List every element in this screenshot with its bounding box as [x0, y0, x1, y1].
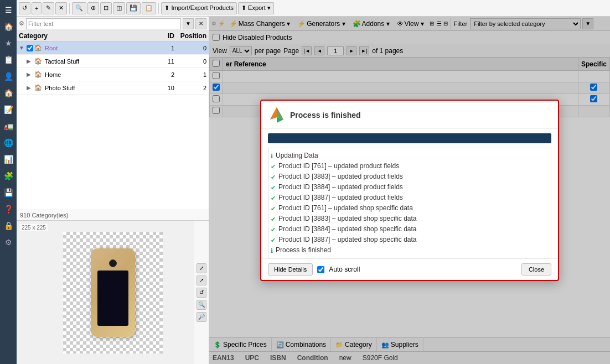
- tree-item-root-pos: 0: [179, 45, 206, 51]
- modal-logo: [268, 106, 286, 124]
- folder-icon-home: 🏠: [34, 71, 43, 78]
- tree-col-position: Position: [179, 32, 206, 40]
- folder-icon-tactical: 🏠: [34, 58, 43, 65]
- filter-bar: ⚙ ▼ ✕: [17, 17, 209, 31]
- nav-menu-icon[interactable]: ☰: [1, 2, 16, 18]
- image-zoom-in-button[interactable]: 🔍: [197, 300, 206, 310]
- tree-item-tactical-id: 11: [151, 58, 179, 65]
- expand-icon-home: ▶: [27, 71, 34, 77]
- grid-button[interactable]: ⊡: [100, 2, 112, 14]
- image-dimensions: 225 x 225: [20, 224, 48, 231]
- right-panel: ⚙ ⚡ ⚡ Mass Changers ▾ ⚡ Generators ▾ 🧩 A…: [209, 17, 610, 364]
- nav-help-icon[interactable]: ❓: [1, 201, 16, 217]
- log-text: Process is finished: [276, 246, 331, 254]
- filter-funnel-button[interactable]: ▼: [183, 18, 194, 29]
- refresh-button[interactable]: ↺: [19, 2, 30, 14]
- image-open-button[interactable]: ↗: [197, 275, 206, 285]
- filter-clear-button[interactable]: ✕: [195, 18, 206, 29]
- tree-item-photo-label: Photo Stuff: [45, 85, 151, 91]
- phone-camera: [109, 259, 117, 267]
- modal-log[interactable]: ℹUpdating Data✔Product ID [761] – update…: [268, 148, 551, 258]
- split-button[interactable]: ◫: [113, 2, 125, 14]
- nav-modules-icon[interactable]: 🧩: [1, 168, 16, 184]
- search-button[interactable]: 🔍: [72, 2, 86, 14]
- add-button[interactable]: +: [32, 2, 42, 14]
- log-line: ℹUpdating Data: [271, 150, 549, 161]
- product-phone-image: [91, 248, 135, 337]
- nav-catalog-icon[interactable]: 🏠: [1, 85, 16, 101]
- copy-button[interactable]: 📋: [142, 2, 156, 14]
- tree-item-photo-id: 10: [151, 85, 179, 91]
- import-export-button[interactable]: ⬆ Import/Export Products: [161, 2, 237, 14]
- folder-icon-photo: 🏠: [34, 84, 43, 91]
- tree-col-category: Category: [19, 32, 151, 40]
- nav-users-icon[interactable]: 👤: [1, 69, 16, 84]
- tree-col-id: ID: [151, 32, 179, 40]
- nav-intl-icon[interactable]: 🌐: [1, 135, 16, 150]
- tree-item-tactical-label: Tactical Stuff: [45, 58, 151, 65]
- log-text: Product ID [3887] – updated shop specifi…: [278, 235, 417, 244]
- root-checkbox[interactable]: [27, 45, 33, 51]
- tree-item-tactical-pos: 0: [179, 58, 206, 65]
- main-content: ↺ + ✎ ✕ 🔍 ⊕ ⊡ ◫ 💾 📋 ⬆ Import/Export Prod…: [17, 0, 610, 364]
- tree-item-photo-pos: 2: [179, 85, 206, 91]
- modal-box: Process is finished ℹUpdating Data✔Produ…: [260, 100, 559, 281]
- log-text: Product ID [3884] – updated shop specifi…: [278, 225, 417, 233]
- delete-button[interactable]: ✕: [55, 2, 67, 14]
- toolbar-sep-2: [158, 3, 159, 14]
- tree-item-tactical[interactable]: ▶ 🏠 Tactical Stuff 11 0: [17, 55, 209, 68]
- image-zoom-out-button[interactable]: 🔎: [197, 312, 206, 322]
- nav-settings-icon[interactable]: ⚙: [1, 235, 16, 250]
- nav-stats-icon[interactable]: 📊: [1, 152, 16, 167]
- close-button[interactable]: Close: [521, 263, 551, 275]
- category-tree: ▼ 🏠 Root 1 0 ▶ 🏠 Tactical Stuff 11 0: [17, 41, 209, 210]
- log-text: Product ID [3883] – updated product fiel…: [278, 172, 403, 181]
- modal-footer: Hide Details Auto scroll Close: [261, 258, 558, 280]
- modal-header: Process is finished: [261, 101, 558, 129]
- success-icon: ✔: [271, 183, 276, 192]
- save-button[interactable]: 💾: [126, 2, 141, 14]
- nav-cms-icon[interactable]: 📝: [1, 102, 16, 117]
- success-icon: ✔: [271, 215, 276, 223]
- nav-lock-icon[interactable]: 🔒: [1, 218, 16, 233]
- info-icon: ℹ: [271, 246, 273, 255]
- content-area: ⚙ ▼ ✕ Category ID Position ▼ 🏠 Root 1: [17, 17, 610, 364]
- filter-input[interactable]: [26, 18, 181, 29]
- log-text: Product ID [3887] – updated product fiel…: [278, 193, 403, 202]
- log-line: ✔Product ID [761] – updated shop specifi…: [271, 203, 549, 214]
- tree-item-home[interactable]: ▶ 🏠 Home 2 1: [17, 68, 209, 81]
- tree-item-home-id: 2: [151, 71, 179, 78]
- nav-orders-icon[interactable]: 📋: [1, 52, 16, 67]
- tree-item-root-label: Root: [45, 45, 151, 51]
- add2-button[interactable]: ⊕: [87, 2, 99, 14]
- svg-marker-1: [270, 107, 277, 119]
- tree-header: Category ID Position: [17, 31, 209, 41]
- tree-item-photo[interactable]: ▶ 🏠 Photo Stuff 10 2: [17, 81, 209, 95]
- auto-scroll-label: Auto scroll: [329, 266, 360, 273]
- modal-overlay: Process is finished ℹUpdating Data✔Produ…: [209, 17, 610, 364]
- tree-item-root[interactable]: ▼ 🏠 Root 1 0: [17, 41, 209, 55]
- log-line: ✔Product ID [3887] – updated shop specif…: [271, 235, 549, 245]
- nav-save-icon[interactable]: 💾: [1, 185, 16, 200]
- success-icon: ✔: [271, 194, 276, 202]
- log-line: ✔Product ID [3883] – updated shop specif…: [271, 214, 549, 224]
- nav-star-icon[interactable]: ★: [1, 35, 16, 51]
- nav-shipping-icon[interactable]: 🚛: [1, 118, 16, 134]
- main-toolbar: ↺ + ✎ ✕ 🔍 ⊕ ⊡ ◫ 💾 📋 ⬆ Import/Export Prod…: [17, 0, 610, 17]
- success-icon: ✔: [271, 225, 276, 234]
- log-line: ✔Product ID [3884] – updated shop specif…: [271, 224, 549, 235]
- auto-scroll-checkbox[interactable]: [317, 266, 324, 273]
- edit-button[interactable]: ✎: [43, 2, 54, 14]
- tree-item-home-label: Home: [45, 71, 151, 78]
- log-text: Product ID [3884] – updated product fiel…: [278, 183, 403, 191]
- image-refresh-button[interactable]: ↺: [197, 288, 206, 298]
- export-button[interactable]: ⬆ Export ▾: [238, 2, 274, 14]
- sidebar-nav: ☰ 🏠 ★ 📋 👤 🏠 📝 🚛 🌐 📊 🧩 💾 ❓ 🔒 ⚙: [0, 0, 17, 364]
- hide-details-button[interactable]: Hide Details: [268, 263, 313, 275]
- image-expand-button[interactable]: ⤢: [197, 263, 206, 273]
- category-count: 910 Category(ies): [17, 210, 209, 220]
- log-text: Updating Data: [276, 151, 318, 160]
- folder-icon-root: 🏠: [34, 44, 43, 51]
- modal-progress-bar: [268, 133, 551, 143]
- nav-home-icon[interactable]: 🏠: [1, 19, 16, 34]
